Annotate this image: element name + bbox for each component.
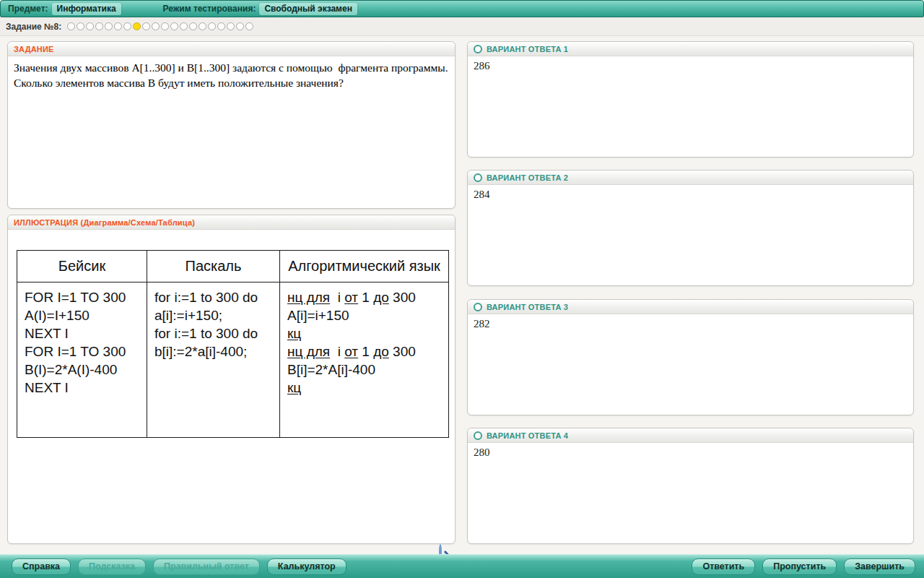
code-table: Бейсик Паскаль Алгоритмический язык FOR … xyxy=(17,250,449,438)
subject-value: Информатика xyxy=(52,3,121,15)
top-bar: Предмет: Информатика Режим тестирования:… xyxy=(0,0,924,17)
correct-answer-button: Правильный ответ xyxy=(153,558,260,575)
pascal-code-cell: for i:=1 to 300 doa[i]:=i+150;for i:=1 t… xyxy=(147,282,280,438)
text-line: a[i]:=i+150; xyxy=(154,306,278,324)
answer-1-radio[interactable] xyxy=(474,45,482,53)
progress-dot xyxy=(142,22,150,30)
answer-3-label: ВАРИАНТ ОТВЕТА 3 xyxy=(487,303,568,311)
progress-dot xyxy=(208,22,216,30)
text-line: FOR I=1 TO 300 xyxy=(25,288,145,306)
right-button-group: Ответить Пропустить Завершить xyxy=(692,558,915,575)
text-line: Значения двух массивов A[1..300] и B[1..… xyxy=(14,60,449,75)
answer-3-radio[interactable] xyxy=(474,303,482,311)
progress-dot xyxy=(86,22,94,30)
text-line: нц для i от 1 до 300 xyxy=(287,288,447,306)
calculator-button[interactable]: Калькулятор xyxy=(267,558,346,575)
progress-dot xyxy=(123,22,131,30)
progress-dot xyxy=(67,22,75,30)
answer-2-radio[interactable] xyxy=(474,173,482,182)
progress-dot xyxy=(180,22,188,30)
illustration-panel: ИЛЛЮСТРАЦИЯ (Диаграмма/Схема/Таблица) Бе… xyxy=(7,215,456,544)
answer-option-3[interactable]: ВАРИАНТ ОТВЕТА 3 282 xyxy=(467,299,914,415)
answer-option-1[interactable]: ВАРИАНТ ОТВЕТА 1 286 xyxy=(467,41,914,158)
progress-dot xyxy=(170,22,178,30)
hint-button: Подсказка xyxy=(78,558,146,575)
left-button-group: Справка Подсказка Правильный ответ Кальк… xyxy=(12,558,346,575)
task-panel: ЗАДАНИЕ Значения двух массивов A[1..300]… xyxy=(7,41,456,209)
illustration-body: Бейсик Паскаль Алгоритмический язык FOR … xyxy=(8,250,455,564)
answer-3-header: ВАРИАНТ ОТВЕТА 3 xyxy=(468,300,913,314)
text-line: нц для i от 1 до 300 xyxy=(287,342,447,361)
text-line: B[i]=2*A[i]-400 xyxy=(287,361,447,379)
progress-dot xyxy=(105,22,113,30)
progress-dot xyxy=(236,22,244,30)
task-panel-header: ЗАДАНИЕ xyxy=(8,42,455,56)
progress-dot xyxy=(152,22,160,30)
progress-dot xyxy=(199,22,206,30)
progress-dot xyxy=(77,22,84,30)
answer-1-label: ВАРИАНТ ОТВЕТА 1 xyxy=(487,45,568,53)
progress-dot xyxy=(114,22,122,30)
basic-code-cell: FOR I=1 TO 300A(I)=I+150NEXT IFOR I=1 TO… xyxy=(17,282,147,438)
text-line: b[i]:=2*a[i]-400; xyxy=(154,342,278,361)
answer-option-4[interactable]: ВАРИАНТ ОТВЕТА 4 280 xyxy=(467,428,914,544)
answer-option-2[interactable]: ВАРИАНТ ОТВЕТА 2 284 xyxy=(467,170,914,286)
progress-dot xyxy=(161,22,169,30)
progress-dot xyxy=(245,22,253,30)
text-line: Сколько элементов массива B будут иметь … xyxy=(14,75,449,90)
subject-label: Предмет: xyxy=(8,4,48,14)
task-panel-title: ЗАДАНИЕ xyxy=(14,45,54,53)
answer-4-header: ВАРИАНТ ОТВЕТА 4 xyxy=(468,428,913,443)
text-line: for i:=1 to 300 do xyxy=(154,324,278,342)
answer-1-header: ВАРИАНТ ОТВЕТА 1 xyxy=(468,42,913,56)
answer-2-header: ВАРИАНТ ОТВЕТА 2 xyxy=(468,171,913,185)
illustration-panel-title: ИЛЛЮСТРАЦИЯ (Диаграмма/Схема/Таблица) xyxy=(14,218,195,227)
answer-4-label: ВАРИАНТ ОТВЕТА 4 xyxy=(487,431,568,440)
answer-2-value: 284 xyxy=(468,185,913,204)
finish-button[interactable]: Завершить xyxy=(844,558,915,575)
column-header-basic: Бейсик xyxy=(17,251,147,282)
text-line: A(I)=I+150 xyxy=(25,306,145,324)
progress-dot-current xyxy=(133,22,141,30)
progress-dot xyxy=(217,22,225,30)
answer-1-value: 286 xyxy=(468,56,913,76)
app-window: Предмет: Информатика Режим тестирования:… xyxy=(0,0,924,578)
text-line: B(I)=2*A(I)-400 xyxy=(25,361,145,379)
column-header-algo: Алгоритмический язык xyxy=(280,251,449,282)
answer-2-label: ВАРИАНТ ОТВЕТА 2 xyxy=(487,173,568,182)
text-line: for i:=1 to 300 do xyxy=(154,288,278,306)
text-line: A[i]=i+150 xyxy=(287,306,447,324)
text-line: NEXT I xyxy=(25,379,145,397)
answer-4-value: 280 xyxy=(468,443,913,462)
mode-label: Режим тестирования: xyxy=(163,4,256,14)
answer-4-radio[interactable] xyxy=(474,431,482,440)
progress-row: Задание №8: xyxy=(0,17,924,36)
text-line: кц xyxy=(287,379,447,397)
progress-dot xyxy=(189,22,197,30)
task-number-label: Задание №8: xyxy=(6,22,61,32)
text-line: FOR I=1 TO 300 xyxy=(25,342,145,361)
algo-code-cell: нц для i от 1 до 300A[i]=i+150кцнц для i… xyxy=(280,282,449,438)
help-button[interactable]: Справка xyxy=(12,558,71,575)
text-line: кц xyxy=(287,324,447,342)
progress-dot xyxy=(95,22,103,30)
answer-3-value: 282 xyxy=(468,314,913,334)
progress-dot xyxy=(227,22,235,30)
illustration-panel-header: ИЛЛЮСТРАЦИЯ (Диаграмма/Схема/Таблица) xyxy=(8,215,455,230)
answer-button[interactable]: Ответить xyxy=(692,558,755,575)
task-text: Значения двух массивов A[1..300] и B[1..… xyxy=(8,56,455,94)
skip-button[interactable]: Пропустить xyxy=(762,558,837,575)
text-line: NEXT I xyxy=(25,324,145,342)
bottom-bar: Справка Подсказка Правильный ответ Кальк… xyxy=(0,554,924,578)
mode-value: Свободный экзамен xyxy=(259,3,357,15)
progress-dots xyxy=(67,22,255,30)
column-header-pascal: Паскаль xyxy=(147,251,280,282)
